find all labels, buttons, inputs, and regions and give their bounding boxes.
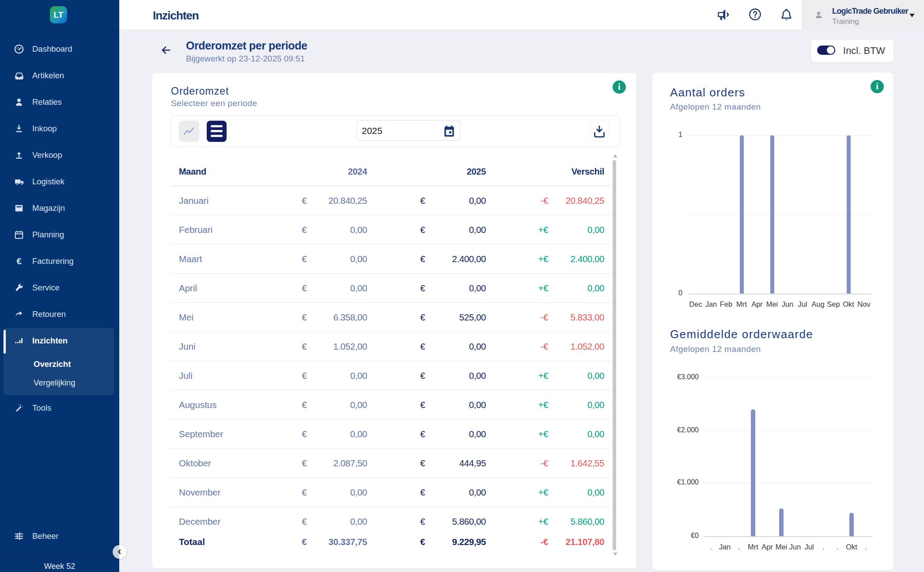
svg-text:€: € <box>16 256 21 266</box>
